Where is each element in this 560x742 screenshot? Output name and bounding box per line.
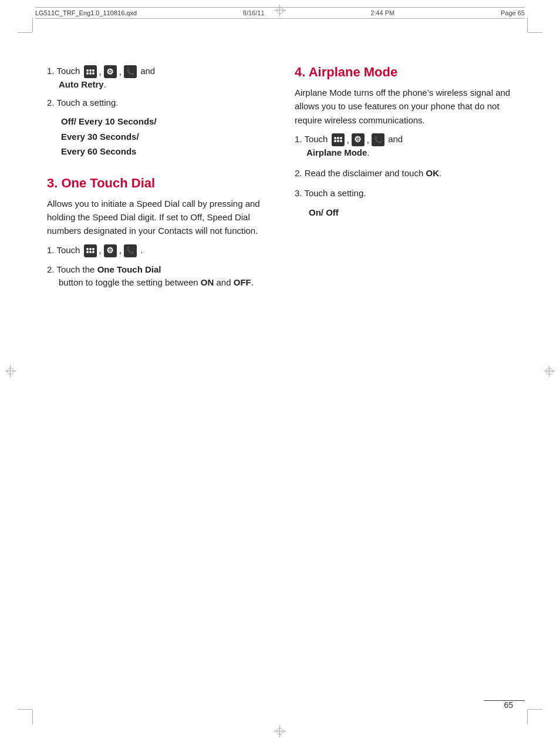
icon-group-4: , ⚙ , 📞 [332,133,384,147]
header-date: 8/16/11 [243,9,265,16]
corner-tick-bl-v [32,710,33,724]
section4-step1-bold: Airplane Mode [306,147,367,157]
comma1: , [99,65,102,79]
section3-step2: 2. Touch the One Touch Dial button to to… [47,263,265,290]
section4-options: On/ Off [309,205,513,220]
page-container: LG511C_TRF_Eng1.0_110816.qxd 8/16/11 2:4… [0,0,560,742]
option-line3: Every 60 Seconds [61,146,136,156]
content-area: 1. Touch [47,65,513,683]
left-column: 1. Touch [47,65,271,683]
section3-title: 3. One Touch Dial [47,176,265,191]
icon-group-1: , ⚙ , 📞 [84,65,137,79]
section3-body: Allows you to initiate a Speed Dial call… [47,197,265,238]
section3-indent: button to toggle the setting between ON … [59,277,254,287]
section4-step3-content: 3. Touch a setting. [295,187,513,200]
phone-icon-4: 📞 [372,133,384,146]
comma2: , [119,65,122,79]
comma3a: , [99,244,102,257]
phone-icon-3: 📞 [124,244,137,257]
section3-step1-content: 1. Touch , [47,244,265,257]
corner-tick-br-v [527,710,528,724]
options-block: Off/ Every 10 Seconds/ Every 30 Seconds/… [61,114,265,159]
section4-step1-prefix: 1. Touch [295,134,328,144]
on-text: ON [201,277,214,287]
header-filename: LG511C_TRF_Eng1.0_110816.qxd [35,9,137,16]
step2-content: 2. Touch a setting. [47,96,265,110]
step2-line: 2. Touch a setting. [47,96,265,110]
settings-icon-4: ⚙ [352,133,365,146]
section4-step2: 2. Read the disclaimer and touch OK. [295,167,513,180]
comma3b: , [119,244,122,257]
header-page: Page 65 [501,9,525,16]
menu-icon-3 [84,244,97,257]
comma4a: , [347,133,349,147]
section3-step1-prefix: 1. Touch [47,245,80,255]
and-text: and [217,277,231,287]
section3-step1: 1. Touch , [47,244,265,257]
corner-tick-tl-v [32,18,33,32]
menu-icon-4 [332,133,345,146]
phone4: 📞 [374,135,382,145]
section3-step2-bold: One Touch Dial [97,264,161,274]
step1-bold-text: Auto Retry. [59,79,106,89]
gear3: ⚙ [106,244,114,257]
comma4b: , [367,133,369,147]
section4-step2-prefix: 2. Read the disclaimer and touch [295,168,423,178]
option-line2: Every 30 Seconds/ [61,132,139,142]
reg-mark-left-center [5,365,16,377]
section4-option: On/ Off [309,207,339,217]
corner-tick-bl-h [18,709,32,710]
section3-step2-content: 2. Touch the One Touch Dial button to to… [47,263,265,290]
settings-gear: ⚙ [106,66,114,78]
section3-step2-prefix: 2. Touch the [47,264,95,274]
settings-icon-3: ⚙ [104,244,117,257]
reg-mark-top-center [274,5,286,16]
reg-mark-right-center [544,365,555,377]
icon-group-3: , ⚙ , 📞 [84,244,137,257]
reg-mark-bottom-center [274,726,286,737]
off-text: OFF [234,277,251,287]
section4-step3: 3. Touch a setting. [295,187,513,200]
section4-step1-and: and [388,134,403,144]
right-column: 4. Airplane Mode Airplane Mode turns off… [289,65,513,683]
header-time: 2:44 PM [370,9,394,16]
section3-step2-suffix-text: button to toggle the setting between ON … [47,277,254,287]
phone3: 📞 [126,246,134,256]
section4-step1-bold-wrap: Airplane Mode. [306,147,370,157]
section4-step2-content: 2. Read the disclaimer and touch OK. [295,167,513,180]
section4-body: Airplane Mode turns off the phone’s wire… [295,86,513,127]
settings-icon: ⚙ [104,65,117,78]
section4-step1: 1. Touch , [295,133,513,160]
gear4: ⚙ [354,133,362,146]
corner-tick-br-h [528,709,542,710]
step1-prefix: 1. Touch [47,66,80,76]
corner-tick-tr-v [527,18,528,32]
step1-line: 1. Touch [47,65,265,92]
option-line1: Off/ Every 10 Seconds/ [61,116,157,126]
corner-tick-tr-h [528,32,542,33]
page-number: 65 [504,700,513,710]
corner-tick-tl-h [18,32,32,33]
step1-and: and [140,66,155,76]
section4-step2-bold: OK [426,168,439,178]
section3-step1-suffix: . [140,245,143,255]
step1-content: 1. Touch [47,65,265,92]
menu-icon [84,65,97,78]
section4-title: 4. Airplane Mode [295,65,513,80]
phone-symbol: 📞 [126,67,134,77]
section4-step1-content: 1. Touch , [295,133,513,160]
phone-icon: 📞 [124,65,137,78]
